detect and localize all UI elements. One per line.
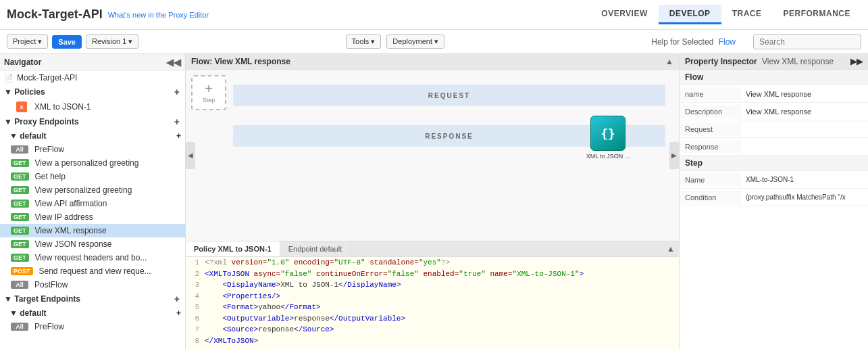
badge-all: All bbox=[11, 281, 28, 289]
badge-get: GET bbox=[11, 227, 29, 235]
property-panel-expand[interactable]: ▶▶ bbox=[850, 57, 863, 66]
main-layout: Navigator ◀◀ 📄 Mock-Target-API ▼ Policie… bbox=[0, 54, 868, 349]
prop-val-3[interactable] bbox=[740, 144, 868, 149]
prop-key-3: Response bbox=[680, 140, 740, 154]
nav-item-sendrequestandviewre[interactable]: POSTSend request and view reque... bbox=[0, 264, 185, 278]
canvas-scroll-right[interactable]: ▶ bbox=[669, 142, 679, 169]
top-nav-item-develop[interactable]: DEVELOP bbox=[659, 5, 721, 24]
document-icon: 📄 bbox=[4, 74, 14, 83]
badge-get: GET bbox=[11, 254, 29, 262]
prop-val-1[interactable]: View XML response bbox=[740, 105, 868, 118]
flow-area: Flow: View XML response ▲ + Step REQUEST bbox=[186, 54, 679, 349]
navigator-panel: Navigator ◀◀ 📄 Mock-Target-API ▼ Policie… bbox=[0, 54, 186, 349]
help-for-selected-label: Help for Selected Flow bbox=[651, 37, 736, 47]
badge-all: All bbox=[11, 145, 28, 154]
nav-section-policies[interactable]: ▼ Policies+ bbox=[0, 85, 185, 99]
canvas-scroll-left[interactable]: ◀ bbox=[186, 142, 195, 169]
prop-step-key-0: Name bbox=[680, 173, 740, 187]
save-button[interactable]: Save bbox=[52, 35, 82, 49]
nav-section-target-endpoints[interactable]: ▼ Target Endpoints+ bbox=[0, 292, 185, 306]
code-tab-scroll[interactable]: ▲ bbox=[663, 243, 679, 255]
top-nav-item-performance[interactable]: PERFORMANCE bbox=[772, 5, 861, 24]
policy-icon[interactable]: {} bbox=[590, 116, 626, 151]
nav-item-viewapersonalizedgre[interactable]: GETView a personalized greeting bbox=[0, 156, 185, 170]
flow-header: Flow: View XML response ▲ bbox=[186, 54, 679, 70]
search-input[interactable] bbox=[753, 34, 861, 49]
policy-name-label: XML to JSON ... bbox=[584, 153, 632, 161]
prop-row-response: Response bbox=[680, 138, 868, 156]
nav-item-postflow[interactable]: AllPostFlow bbox=[0, 278, 185, 292]
nav-item-viewrequestheadersan[interactable]: GETView request headers and bo... bbox=[0, 251, 185, 264]
nav-root-item[interactable]: 📄 Mock-Target-API bbox=[0, 71, 185, 85]
step-label: Step bbox=[203, 97, 215, 103]
badge-get: GET bbox=[11, 213, 29, 221]
nav-item-preflow[interactable]: AllPreFlow bbox=[0, 320, 185, 333]
request-row: REQUEST bbox=[233, 83, 665, 108]
nav-item-xml-to-json-1[interactable]: XXML to JSON-1 bbox=[0, 99, 185, 114]
plus-icon: + bbox=[205, 82, 213, 95]
nav-section-add-target-endpoints[interactable]: + bbox=[173, 294, 181, 304]
prop-row-description: DescriptionView XML response bbox=[680, 103, 868, 120]
whats-new-link[interactable]: What's new in the Proxy Editor bbox=[108, 11, 209, 19]
flow-title: Flow: View XML response bbox=[191, 57, 290, 66]
nav-subsection-add-default[interactable]: + bbox=[176, 131, 181, 141]
prop-step-val-0[interactable]: XML-to-JSON-1 bbox=[740, 173, 868, 186]
prop-section-flow: Flow bbox=[680, 70, 868, 85]
prop-key-0: name bbox=[680, 87, 740, 101]
prop-val-2[interactable] bbox=[740, 126, 868, 132]
nav-section-add-policies[interactable]: + bbox=[173, 87, 181, 97]
badge-get: GET bbox=[11, 200, 29, 208]
top-nav-item-trace[interactable]: TRACE bbox=[721, 5, 773, 24]
badge-get: GET bbox=[11, 172, 29, 181]
code-line-7: 7 <Source>response</Source> bbox=[186, 324, 679, 335]
prop-section-step: Step bbox=[680, 156, 868, 171]
deployment-button[interactable]: Deployment ▾ bbox=[386, 34, 444, 49]
revision-button[interactable]: Revision 1 ▾ bbox=[86, 34, 138, 49]
code-tab-endpoint-default[interactable]: Endpoint default bbox=[280, 241, 351, 256]
prop-val-0[interactable]: View XML response bbox=[740, 87, 868, 101]
nav-section-proxy-endpoints[interactable]: ▼ Proxy Endpoints+ bbox=[0, 114, 185, 129]
nav-item-gethelp[interactable]: GETGet help bbox=[0, 170, 185, 183]
property-panel: Property Inspector View XML response ▶▶ … bbox=[679, 54, 868, 349]
toolbar: Project ▾ Save Revision 1 ▾ Tools ▾ Depl… bbox=[0, 30, 868, 54]
canvas-inner: + Step REQUEST RESPONSE bbox=[186, 70, 679, 241]
code-line-2: 2<XMLToJSON async="false" continueOnErro… bbox=[186, 269, 679, 280]
property-inspector-title: Property Inspector View XML response bbox=[685, 57, 834, 66]
top-header: Mock-Target-API What's new in the Proxy … bbox=[0, 0, 868, 30]
code-content: 1<?xml version="1.0" encoding="UTF-8" st… bbox=[186, 257, 679, 349]
nav-item-preflow[interactable]: AllPreFlow bbox=[0, 143, 185, 156]
step-placeholder-request[interactable]: + Step bbox=[191, 75, 226, 110]
project-button[interactable]: Project ▾ bbox=[7, 34, 48, 49]
badge-get: GET bbox=[11, 240, 29, 248]
app-title: Mock-Target-API bbox=[7, 7, 103, 22]
policy-icon-symbol: {} bbox=[601, 126, 615, 141]
badge-post: POST bbox=[11, 267, 33, 275]
code-tabs: Policy XML to JSON-1Endpoint default ▲ bbox=[186, 241, 679, 257]
code-line-8: 8</XMLToJSON> bbox=[186, 335, 679, 347]
nav-item-viewipaddress[interactable]: GETView IP address bbox=[0, 210, 185, 224]
nav-subsection-default[interactable]: ▼ default+ bbox=[0, 129, 185, 143]
nav-subsection-add-default-target[interactable]: + bbox=[176, 308, 181, 318]
code-tab-policy-xml-to-json-1[interactable]: Policy XML to JSON-1 bbox=[186, 241, 280, 256]
help-flow-link[interactable]: Flow bbox=[719, 37, 736, 47]
nav-section-add-proxy-endpoints[interactable]: + bbox=[173, 116, 181, 127]
tools-button[interactable]: Tools ▾ bbox=[346, 34, 382, 49]
nav-item-viewjsonresponse[interactable]: GETView JSON response bbox=[0, 237, 185, 251]
top-nav-item-overview[interactable]: OVERVIEW bbox=[590, 5, 658, 24]
prop-step-key-1: Condition bbox=[680, 191, 740, 204]
nav-subsection-default-target[interactable]: ▼ default+ bbox=[0, 306, 185, 320]
prop-step-val-1[interactable]: (proxy.pathsuffix MatchesPath "/x bbox=[740, 191, 868, 204]
badge-get: GET bbox=[11, 159, 29, 167]
nav-item-viewapiaffirmation[interactable]: GETView API affirmation bbox=[0, 197, 185, 210]
code-line-6: 6 <OutputVariable>response</OutputVariab… bbox=[186, 313, 679, 325]
navigator-collapse-button[interactable]: ◀◀ bbox=[166, 57, 181, 68]
nav-item-viewpersonalizedgree[interactable]: GETView personalized greeting bbox=[0, 183, 185, 197]
policy-block-xml-to-json[interactable]: {} XML to JSON ... bbox=[584, 116, 632, 161]
request-arrow: REQUEST bbox=[233, 85, 665, 106]
prop-step-row-name: NameXML-to-JSON-1 bbox=[680, 171, 868, 189]
nav-item-viewxmlresponse[interactable]: GETView XML response bbox=[0, 224, 185, 237]
code-line-3: 3 <DisplayName>XML to JSON-1</DisplayNam… bbox=[186, 279, 679, 291]
flow-scroll-up[interactable]: ▲ bbox=[665, 57, 673, 66]
prop-key-2: Request bbox=[680, 122, 740, 136]
navigator-title: Navigator bbox=[4, 57, 41, 67]
